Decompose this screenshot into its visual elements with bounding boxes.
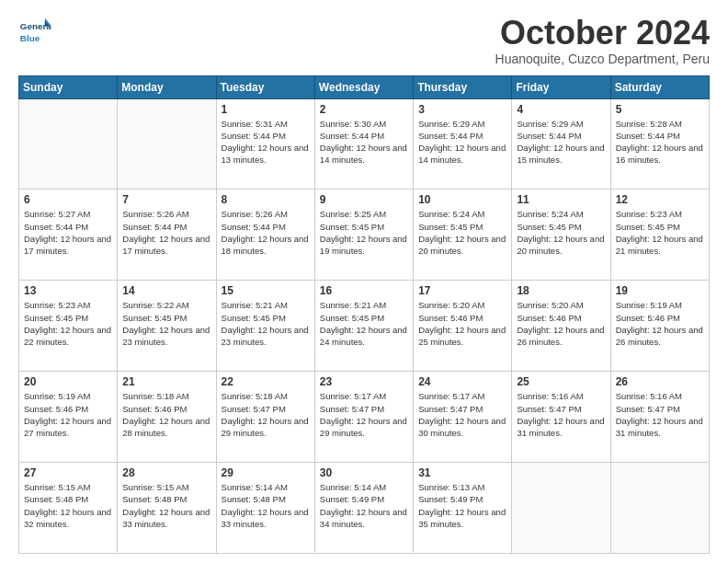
day-number: 13: [24, 284, 112, 297]
day-number: 16: [320, 284, 408, 297]
calendar-cell: 21Sunrise: 5:18 AMSunset: 5:46 PMDayligh…: [118, 372, 216, 463]
location-subtitle: Huanoquite, Cuzco Department, Peru: [495, 52, 710, 66]
calendar-cell: [118, 98, 216, 190]
cell-info: Sunrise: 5:30 AMSunset: 5:44 PMDaylight:…: [320, 118, 408, 167]
header-row: Sunday Monday Tuesday Wednesday Thursday…: [19, 75, 710, 98]
day-number: 19: [616, 284, 704, 297]
day-number: 24: [418, 375, 506, 388]
cell-info: Sunrise: 5:14 AMSunset: 5:48 PMDaylight:…: [222, 481, 310, 530]
calendar-cell: 10Sunrise: 5:24 AMSunset: 5:45 PMDayligh…: [414, 190, 512, 281]
cell-info: Sunrise: 5:21 AMSunset: 5:45 PMDaylight:…: [320, 299, 408, 348]
day-number: 31: [418, 466, 506, 479]
cell-info: Sunrise: 5:18 AMSunset: 5:47 PMDaylight:…: [222, 390, 310, 439]
cell-info: Sunrise: 5:26 AMSunset: 5:44 PMDaylight:…: [122, 208, 210, 257]
cell-info: Sunrise: 5:17 AMSunset: 5:47 PMDaylight:…: [320, 390, 408, 439]
day-number: 5: [616, 103, 704, 116]
calendar-cell: 24Sunrise: 5:17 AMSunset: 5:47 PMDayligh…: [414, 372, 512, 463]
logo-icon: General Blue: [18, 15, 51, 48]
calendar-cell: 6Sunrise: 5:27 AMSunset: 5:44 PMDaylight…: [19, 190, 118, 281]
cell-info: Sunrise: 5:29 AMSunset: 5:44 PMDaylight:…: [418, 118, 506, 167]
calendar-cell: 17Sunrise: 5:20 AMSunset: 5:46 PMDayligh…: [414, 281, 512, 372]
month-title: October 2024: [495, 15, 710, 52]
day-number: 21: [122, 375, 210, 388]
cell-info: Sunrise: 5:22 AMSunset: 5:45 PMDaylight:…: [122, 299, 210, 348]
day-number: 27: [24, 466, 112, 479]
day-number: 17: [418, 284, 506, 297]
calendar-cell: 5Sunrise: 5:28 AMSunset: 5:44 PMDaylight…: [610, 98, 709, 190]
calendar-cell: 28Sunrise: 5:15 AMSunset: 5:48 PMDayligh…: [118, 463, 216, 554]
cell-info: Sunrise: 5:17 AMSunset: 5:47 PMDaylight:…: [418, 390, 506, 439]
cell-info: Sunrise: 5:28 AMSunset: 5:44 PMDaylight:…: [616, 118, 704, 167]
header: General Blue October 2024 Huanoquite, Cu…: [18, 15, 710, 66]
title-area: October 2024 Huanoquite, Cuzco Departmen…: [495, 15, 710, 66]
calendar-cell: 12Sunrise: 5:23 AMSunset: 5:45 PMDayligh…: [610, 190, 709, 281]
calendar-cell: 18Sunrise: 5:20 AMSunset: 5:46 PMDayligh…: [512, 281, 610, 372]
day-number: 28: [122, 466, 210, 479]
day-number: 20: [24, 375, 112, 388]
calendar-cell: 26Sunrise: 5:16 AMSunset: 5:47 PMDayligh…: [610, 372, 709, 463]
day-number: 15: [222, 284, 310, 297]
calendar-cell: 3Sunrise: 5:29 AMSunset: 5:44 PMDaylight…: [414, 98, 512, 190]
cell-info: Sunrise: 5:31 AMSunset: 5:44 PMDaylight:…: [222, 118, 310, 167]
day-number: 18: [517, 284, 605, 297]
cell-info: Sunrise: 5:14 AMSunset: 5:49 PMDaylight:…: [320, 481, 408, 530]
calendar-week-4: 27Sunrise: 5:15 AMSunset: 5:48 PMDayligh…: [19, 463, 710, 554]
calendar-cell: 20Sunrise: 5:19 AMSunset: 5:46 PMDayligh…: [19, 372, 118, 463]
col-thursday: Thursday: [414, 75, 512, 98]
cell-info: Sunrise: 5:19 AMSunset: 5:46 PMDaylight:…: [616, 299, 704, 348]
cell-info: Sunrise: 5:21 AMSunset: 5:45 PMDaylight:…: [222, 299, 310, 348]
calendar-cell: 15Sunrise: 5:21 AMSunset: 5:45 PMDayligh…: [216, 281, 314, 372]
cell-info: Sunrise: 5:23 AMSunset: 5:45 PMDaylight:…: [616, 208, 704, 257]
day-number: 6: [24, 193, 112, 206]
day-number: 11: [517, 193, 605, 206]
day-number: 4: [517, 103, 605, 116]
logo-area: General Blue: [18, 15, 55, 48]
calendar-cell: 25Sunrise: 5:16 AMSunset: 5:47 PMDayligh…: [512, 372, 610, 463]
calendar-cell: 29Sunrise: 5:14 AMSunset: 5:48 PMDayligh…: [216, 463, 314, 554]
day-number: 26: [616, 375, 704, 388]
col-friday: Friday: [512, 75, 610, 98]
calendar-cell: 9Sunrise: 5:25 AMSunset: 5:45 PMDaylight…: [314, 190, 413, 281]
page: General Blue October 2024 Huanoquite, Cu…: [0, 0, 728, 563]
calendar-cell: [610, 463, 709, 554]
day-number: 30: [320, 466, 408, 479]
cell-info: Sunrise: 5:23 AMSunset: 5:45 PMDaylight:…: [24, 299, 112, 348]
calendar-cell: 1Sunrise: 5:31 AMSunset: 5:44 PMDaylight…: [216, 98, 314, 190]
cell-info: Sunrise: 5:26 AMSunset: 5:44 PMDaylight:…: [222, 208, 310, 257]
calendar-cell: 16Sunrise: 5:21 AMSunset: 5:45 PMDayligh…: [314, 281, 413, 372]
calendar-table: Sunday Monday Tuesday Wednesday Thursday…: [18, 75, 710, 554]
col-saturday: Saturday: [610, 75, 709, 98]
col-sunday: Sunday: [19, 75, 118, 98]
cell-info: Sunrise: 5:19 AMSunset: 5:46 PMDaylight:…: [24, 390, 112, 439]
col-wednesday: Wednesday: [314, 75, 413, 98]
cell-info: Sunrise: 5:24 AMSunset: 5:45 PMDaylight:…: [517, 208, 605, 257]
cell-info: Sunrise: 5:25 AMSunset: 5:45 PMDaylight:…: [320, 208, 408, 257]
cell-info: Sunrise: 5:15 AMSunset: 5:48 PMDaylight:…: [24, 481, 112, 530]
day-number: 1: [222, 103, 310, 116]
calendar-week-3: 20Sunrise: 5:19 AMSunset: 5:46 PMDayligh…: [19, 372, 710, 463]
calendar-cell: 2Sunrise: 5:30 AMSunset: 5:44 PMDaylight…: [314, 98, 413, 190]
day-number: 9: [320, 193, 408, 206]
calendar-cell: 8Sunrise: 5:26 AMSunset: 5:44 PMDaylight…: [216, 190, 314, 281]
calendar-cell: 30Sunrise: 5:14 AMSunset: 5:49 PMDayligh…: [314, 463, 413, 554]
calendar-week-1: 6Sunrise: 5:27 AMSunset: 5:44 PMDaylight…: [19, 190, 710, 281]
day-number: 2: [320, 103, 408, 116]
day-number: 23: [320, 375, 408, 388]
calendar-cell: [512, 463, 610, 554]
day-number: 12: [616, 193, 704, 206]
cell-info: Sunrise: 5:16 AMSunset: 5:47 PMDaylight:…: [616, 390, 704, 439]
cell-info: Sunrise: 5:20 AMSunset: 5:46 PMDaylight:…: [418, 299, 506, 348]
col-tuesday: Tuesday: [216, 75, 314, 98]
calendar-cell: 22Sunrise: 5:18 AMSunset: 5:47 PMDayligh…: [216, 372, 314, 463]
col-monday: Monday: [118, 75, 216, 98]
cell-info: Sunrise: 5:20 AMSunset: 5:46 PMDaylight:…: [517, 299, 605, 348]
cell-info: Sunrise: 5:24 AMSunset: 5:45 PMDaylight:…: [418, 208, 506, 257]
day-number: 25: [517, 375, 605, 388]
svg-text:Blue: Blue: [20, 33, 40, 43]
calendar-cell: 27Sunrise: 5:15 AMSunset: 5:48 PMDayligh…: [19, 463, 118, 554]
calendar-cell: 4Sunrise: 5:29 AMSunset: 5:44 PMDaylight…: [512, 98, 610, 190]
calendar-cell: 31Sunrise: 5:13 AMSunset: 5:49 PMDayligh…: [414, 463, 512, 554]
day-number: 8: [222, 193, 310, 206]
day-number: 10: [418, 193, 506, 206]
cell-info: Sunrise: 5:29 AMSunset: 5:44 PMDaylight:…: [517, 118, 605, 167]
